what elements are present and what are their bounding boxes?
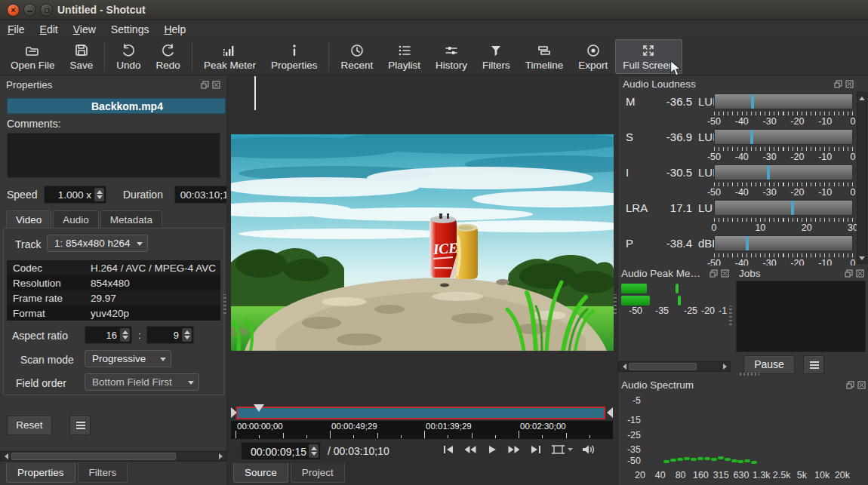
close-panel-icon[interactable] xyxy=(845,80,854,88)
tab-metadata[interactable]: Metadata xyxy=(100,210,162,229)
scale-label: -10 xyxy=(818,152,832,162)
close-panel-icon[interactable] xyxy=(856,269,864,278)
scroll-up-arrow[interactable] xyxy=(857,94,866,103)
window-minimize-button[interactable] xyxy=(23,4,36,17)
window-maximize-button[interactable] xyxy=(40,4,53,17)
float-panel-icon[interactable] xyxy=(846,381,854,389)
scrollbar-thumb[interactable] xyxy=(11,453,176,460)
close-panel-icon[interactable] xyxy=(721,269,729,278)
peak-meter-hscrollbar[interactable] xyxy=(618,361,731,372)
timeline-button[interactable]: Timeline xyxy=(518,39,571,74)
filters-button[interactable]: Filters xyxy=(475,39,518,74)
comments-textarea[interactable] xyxy=(7,133,220,178)
splitter-handle[interactable] xyxy=(614,294,617,314)
menu-item-settings[interactable]: Settings xyxy=(103,21,157,38)
export-button[interactable]: Export xyxy=(571,39,615,74)
aspect-width-spinner[interactable] xyxy=(120,328,130,342)
open-file-button[interactable]: Open File xyxy=(3,39,63,74)
aspect-height-input[interactable]: 9 xyxy=(146,326,194,344)
jobs-menu-button[interactable] xyxy=(803,355,824,374)
skip-start-button[interactable] xyxy=(441,444,456,456)
table-row: Frame rate29.97 xyxy=(7,290,220,305)
playlist-button[interactable]: Playlist xyxy=(380,39,428,74)
scroll-left-arrow[interactable] xyxy=(2,452,11,461)
reset-button[interactable]: Reset xyxy=(7,416,52,435)
info-value: H.264 / AVC / MPEG-4 AVC xyxy=(91,262,216,274)
redo-button[interactable]: Redo xyxy=(149,39,188,74)
scan-mode-combo[interactable]: Progressive xyxy=(85,350,171,367)
jobs-list[interactable] xyxy=(736,281,866,352)
close-panel-icon[interactable] xyxy=(857,381,866,389)
properties-menu-button[interactable] xyxy=(69,416,91,435)
player-tab-project[interactable]: Project xyxy=(291,463,345,483)
history-button[interactable]: History xyxy=(428,39,475,74)
splitter-handle[interactable] xyxy=(223,294,226,314)
title-bar: × Untitled - Shotcut xyxy=(0,0,868,20)
tab-video[interactable]: Video xyxy=(6,210,51,229)
play-button[interactable] xyxy=(485,444,500,456)
timecode-spinner[interactable] xyxy=(309,444,319,458)
timecode-input[interactable]: 00:00:09;15 xyxy=(241,442,321,460)
float-panel-icon[interactable] xyxy=(201,81,209,89)
recent-button[interactable]: Recent xyxy=(333,39,380,74)
scroll-down-arrow[interactable] xyxy=(857,253,866,262)
player-tab-bar: SourceProject xyxy=(233,463,347,483)
dock-tab-properties[interactable]: Properties xyxy=(6,463,75,483)
zoom-fit-button[interactable] xyxy=(550,444,574,456)
duration-input[interactable]: 00:03:10;10 xyxy=(174,186,227,204)
peak-meter-button[interactable]: Peak Meter xyxy=(196,39,263,74)
properties-hscrollbar[interactable] xyxy=(0,451,226,462)
video-preview[interactable]: ICE xyxy=(231,134,614,351)
audio-peak-meter-panel: Audio Peak Me… -50-35-25-20-1 xyxy=(618,266,732,377)
speed-input[interactable]: 1.000 x xyxy=(44,186,106,204)
dock-tab-filters[interactable]: Filters xyxy=(78,463,128,483)
float-panel-icon[interactable] xyxy=(845,269,853,278)
loudness-meter-scale: -50-40-30-20-100 xyxy=(706,258,860,266)
ruler-tick xyxy=(448,435,448,438)
scroll-right-arrow[interactable] xyxy=(720,362,729,371)
loudness-meter xyxy=(714,94,853,109)
scroll-left-arrow[interactable] xyxy=(620,362,629,371)
float-panel-icon[interactable] xyxy=(834,80,842,88)
skip-end-button[interactable] xyxy=(528,444,543,456)
loudness-meter-ticks xyxy=(714,112,853,115)
field-order-combo[interactable]: Bottom Field First xyxy=(85,373,199,391)
close-panel-icon[interactable] xyxy=(212,81,220,89)
track-combo[interactable]: 1: 854x480 h264 xyxy=(47,235,148,252)
loudness-meter-scale: -50-40-30-20-100 xyxy=(706,187,860,197)
save-button[interactable]: Save xyxy=(63,39,101,74)
properties-button[interactable]: Properties xyxy=(263,39,325,74)
playhead-marker[interactable] xyxy=(254,404,264,412)
splitter-handle[interactable] xyxy=(740,373,759,376)
splitter-handle[interactable] xyxy=(729,305,732,325)
volume-button[interactable] xyxy=(581,444,596,456)
menu-item-help[interactable]: Help xyxy=(156,21,193,38)
aspect-height-spinner[interactable] xyxy=(182,328,192,342)
window-close-button[interactable]: × xyxy=(7,4,20,17)
scroll-right-arrow[interactable] xyxy=(216,452,225,461)
scale-label: -20 xyxy=(790,258,804,266)
aspect-width-input[interactable]: 16 xyxy=(85,326,132,344)
scrub-bar[interactable] xyxy=(231,404,613,421)
scale-label: -30 xyxy=(763,187,777,198)
player-tab-source[interactable]: Source xyxy=(233,463,288,483)
loudness-vscrollbar[interactable] xyxy=(857,92,867,264)
float-panel-icon[interactable] xyxy=(709,269,718,278)
scrollbar-thumb[interactable] xyxy=(629,363,697,370)
tab-audio[interactable]: Audio xyxy=(53,210,99,229)
scale-label: 10 xyxy=(755,223,765,233)
selected-range[interactable] xyxy=(236,407,605,419)
out-point-marker[interactable] xyxy=(607,407,613,418)
rewind-button[interactable] xyxy=(463,444,478,456)
loudness-value: -38.4 xyxy=(648,237,692,250)
time-ruler[interactable]: 00:00:00;0000:00:49;2900:01:39;2900:02:3… xyxy=(231,421,613,439)
menu-item-file[interactable]: File xyxy=(0,21,32,38)
undo-button[interactable]: Undo xyxy=(109,39,148,74)
menu-bar: FileEditViewSettingsHelp xyxy=(0,21,868,38)
fast-forward-button[interactable] xyxy=(506,444,522,456)
pause-button[interactable]: Pause xyxy=(743,355,795,374)
speed-spinner[interactable] xyxy=(94,188,104,201)
scale-label: -10 xyxy=(818,187,832,198)
menu-item-view[interactable]: View xyxy=(66,21,103,38)
menu-item-edit[interactable]: Edit xyxy=(32,21,66,38)
